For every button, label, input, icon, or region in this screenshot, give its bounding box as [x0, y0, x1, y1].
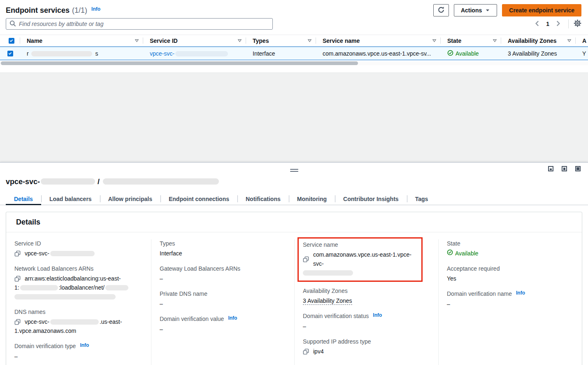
- copy-icon[interactable]: [303, 256, 309, 262]
- column-header-availability-zones[interactable]: Availability Zones: [501, 35, 576, 46]
- domain-verification-name-info-link[interactable]: Info: [516, 290, 525, 296]
- details-card-body: Service ID vpce-svc- Network Load Balanc…: [6, 232, 582, 365]
- tab-allow-principals[interactable]: Allow principals: [100, 193, 160, 205]
- field-label: Availability Zones: [303, 287, 432, 295]
- cell-types: Interface: [246, 50, 316, 57]
- search-input[interactable]: [19, 21, 269, 27]
- service-name-prefix: com.amazonaws.vpce.us-east-1.vpce-svc-: [313, 250, 417, 268]
- service-id-link[interactable]: vpce-svc-: [150, 50, 228, 57]
- nlb-arn-line3: [14, 292, 144, 301]
- column-header-acceptance-partial[interactable]: A: [576, 35, 588, 46]
- field-domain-verification-value: Domain verification valueInfo –: [160, 315, 288, 334]
- column-label: Name: [27, 37, 42, 44]
- domain-verification-status-info-link[interactable]: Info: [373, 312, 382, 318]
- supported-ip-value: ipv4: [313, 347, 324, 356]
- field-supported-ip: Supported IP address type ipv4: [303, 337, 432, 356]
- cell-name: r s: [20, 50, 143, 57]
- domain-verification-value-info-link[interactable]: Info: [228, 315, 237, 321]
- column-label: Service name: [323, 37, 360, 44]
- redacted-name: [31, 51, 92, 56]
- redacted-arn-tail: [14, 294, 116, 299]
- state-text: Available: [455, 249, 479, 258]
- page-header: Endpoint services (1/1) Info Actions Cre…: [0, 0, 588, 17]
- field-label: Supported IP address type: [303, 337, 432, 346]
- nlb-arn-line1: arn:aws:elasticloadbalancing:us-east-: [25, 274, 121, 283]
- panel-title-prefix: vpce-svc-: [6, 178, 40, 186]
- sort-icon: [567, 38, 572, 43]
- header-actions: Actions Create endpoint service: [433, 4, 581, 16]
- chevron-left-icon: [534, 20, 541, 28]
- filter-row: 1: [0, 17, 588, 30]
- panel-title-separator: /: [98, 178, 100, 186]
- field-value: Interface: [160, 249, 288, 258]
- tab-contributor-insights[interactable]: Contributor Insights: [335, 193, 407, 205]
- horizontal-scrollbar-thumb[interactable]: [1, 61, 358, 65]
- field-value: –: [160, 325, 288, 334]
- status-available-icon: [447, 249, 453, 258]
- field-label: Gateway Load Balancers ARNs: [160, 264, 288, 273]
- panel-drag-handle[interactable]: [290, 169, 298, 173]
- redacted-lb-name: [105, 285, 128, 290]
- next-page-button[interactable]: [553, 19, 563, 29]
- panel-size-medium-icon[interactable]: [562, 166, 567, 171]
- actions-button[interactable]: Actions: [454, 4, 497, 16]
- chevron-right-icon: [554, 20, 562, 28]
- current-page-number[interactable]: 1: [546, 21, 549, 27]
- table-row[interactable]: r s vpce-svc- Interface com.amazonaws.vp…: [0, 47, 588, 60]
- field-types: Types Interface: [160, 239, 288, 258]
- tab-endpoint-connections[interactable]: Endpoint connections: [160, 193, 237, 205]
- copy-icon[interactable]: [14, 319, 21, 325]
- tab-details[interactable]: Details: [6, 193, 41, 205]
- tab-tags[interactable]: Tags: [407, 193, 437, 205]
- column-header-service-id[interactable]: Service ID: [143, 35, 246, 46]
- sort-icon: [135, 38, 139, 43]
- copy-icon[interactable]: [303, 349, 309, 355]
- field-label: Domain verification name: [447, 290, 512, 297]
- field-value: –: [447, 299, 575, 309]
- column-header-types[interactable]: Types: [246, 35, 316, 46]
- copy-icon[interactable]: [14, 250, 21, 257]
- dns-name-prefix: vpce-svc-: [25, 318, 49, 325]
- table-preferences-button[interactable]: [574, 19, 581, 28]
- pagination: 1: [532, 19, 581, 29]
- column-header-service-name[interactable]: Service name: [316, 35, 441, 46]
- availability-zones-popover-trigger[interactable]: 3 Availability Zones: [508, 50, 557, 57]
- panel-size-large-icon[interactable]: [575, 166, 581, 171]
- cell-service-name: com.amazonaws.vpce.us-east-1.vpce-sv...: [316, 50, 441, 57]
- panel-size-small-icon[interactable]: [548, 166, 553, 171]
- tab-load-balancers[interactable]: Load balancers: [41, 193, 100, 205]
- field-acceptance-required: Acceptance required Yes: [447, 264, 575, 283]
- panel-size-controls: [548, 166, 581, 171]
- sort-icon: [237, 38, 242, 43]
- field-label: Domain verification status: [303, 313, 369, 319]
- create-endpoint-service-button[interactable]: Create endpoint service: [502, 4, 581, 16]
- row-checkbox[interactable]: [7, 51, 13, 56]
- field-state: State Available: [447, 239, 575, 258]
- redacted-service-id-value: [50, 251, 95, 256]
- field-service-name: Service name com.amazonaws.vpce.us-east-…: [303, 241, 417, 277]
- previous-page-button[interactable]: [532, 19, 543, 29]
- domain-verification-type-info-link[interactable]: Info: [80, 342, 89, 348]
- select-all-checkbox[interactable]: [9, 38, 14, 44]
- status-available-icon: [447, 50, 453, 57]
- copy-icon[interactable]: [14, 276, 21, 282]
- refresh-button[interactable]: [433, 4, 449, 16]
- dns-name-line2: 1.vpce.amazonaws.com: [14, 326, 144, 335]
- column-label: State: [447, 37, 461, 44]
- column-header-name[interactable]: Name: [20, 35, 143, 46]
- field-value: –: [303, 322, 432, 331]
- field-label: Types: [160, 239, 288, 248]
- redacted-title-name: [103, 178, 219, 185]
- name-text-start: r: [27, 50, 29, 57]
- redacted-account-id: [20, 285, 58, 290]
- header-info-link[interactable]: Info: [91, 6, 100, 12]
- tab-notifications[interactable]: Notifications: [237, 193, 289, 205]
- availability-zones-popover-trigger[interactable]: 3 Availability Zones: [303, 297, 352, 305]
- cell-availability-zones: 3 Availability Zones: [501, 50, 576, 57]
- gear-icon: [574, 19, 581, 28]
- field-private-dns-name: Private DNS name –: [160, 290, 288, 308]
- pager-divider: [568, 19, 569, 28]
- tab-monitoring[interactable]: Monitoring: [289, 193, 335, 205]
- column-header-state[interactable]: State: [441, 35, 501, 46]
- page-title: Endpoint services: [6, 6, 70, 15]
